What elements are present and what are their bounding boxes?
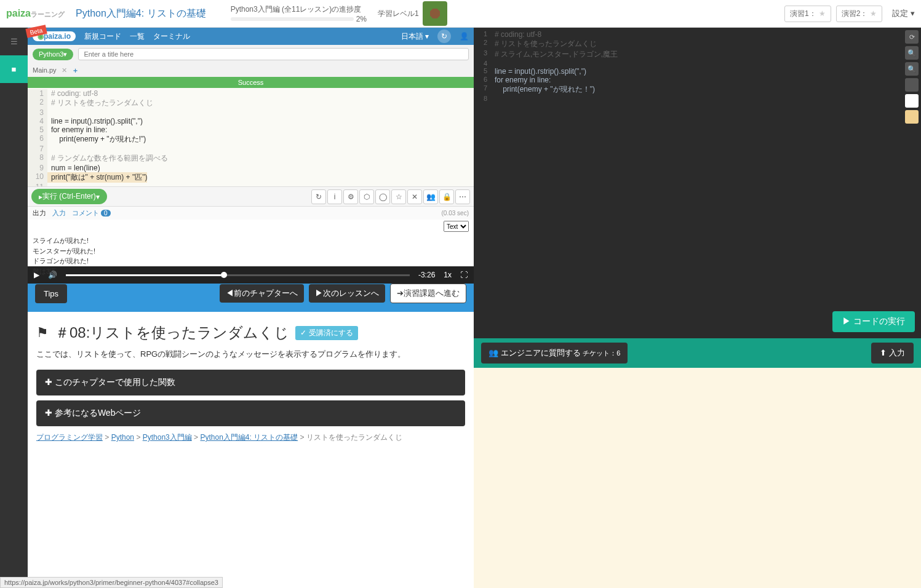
play-icon[interactable]: ▶ [34, 271, 39, 279]
terminal-link[interactable]: ターミナル [153, 31, 190, 42]
code-editor[interactable]: 1# coding: utf-82# リストを使ったランダムくじ3# スライム,… [474, 28, 921, 338]
format-select[interactable]: Text [444, 221, 469, 232]
close-icon[interactable]: ✕ [407, 189, 422, 204]
user-icon[interactable]: 👤 [460, 32, 469, 41]
video-time: -3:26 [418, 271, 435, 279]
sidebar: ☰ ■ [0, 28, 28, 588]
code-editor-video: 1# coding: utf-82# リストを使ったランダムくじ34line =… [28, 88, 474, 186]
star-icon[interactable]: ☆ [391, 189, 406, 204]
video-area: Beta ◉paiza.io 新規コード 一覧 ターミナル 日本語 ▾ ↻ 👤 … [28, 28, 474, 275]
top-bar: paizaラーニング Python入門編4: リストの基礎 Python3入門編… [0, 0, 921, 28]
avatar [423, 1, 447, 26]
bc-link[interactable]: Python [111, 433, 134, 442]
fullscreen-icon[interactable]: ⛶ [460, 271, 468, 279]
output-panel: スライムが現れた!モンスターが現れた!ドラゴンが現れた!敵は3匹 [28, 233, 474, 266]
status-bar-url: https://paiza.jp/works/python3/primer/be… [0, 577, 223, 588]
exec-time: (0.03 sec) [442, 210, 469, 217]
lock-icon[interactable]: 🔒 [439, 189, 454, 204]
help-icon[interactable]: ↻ [437, 30, 451, 43]
info-icon[interactable]: i [327, 189, 342, 204]
star-icon: ★ [870, 9, 877, 18]
zoom-in-icon[interactable]: 🔍 [905, 46, 919, 60]
volume-icon[interactable]: 🔊 [48, 271, 57, 279]
video-progress[interactable] [66, 274, 410, 276]
status-success: Success [28, 77, 474, 88]
accordion-functions[interactable]: ✚ このチャプターで使用した関数 [36, 370, 465, 395]
level-label: 学習レベル1 [378, 9, 419, 19]
run-code-button[interactable]: ▶ コードの実行 [832, 311, 915, 332]
logo[interactable]: paizaラーニング [6, 8, 65, 19]
sidebar-toggle[interactable]: ☰ [0, 28, 28, 55]
course-link[interactable]: Python入門編4: リストの基礎 [76, 7, 206, 20]
output-area [474, 368, 921, 588]
tab-input[interactable]: 入力 [52, 209, 66, 218]
exercise-2-button[interactable]: 演習2：★ [836, 6, 883, 22]
run-button[interactable]: ▸ 実行 (Ctrl-Enter) ▾ [31, 189, 107, 204]
language-pill[interactable]: Python3 ▾ [33, 49, 73, 60]
title-input[interactable] [78, 48, 469, 60]
theme-sepia-icon[interactable] [905, 110, 919, 124]
github-icon[interactable]: ◯ [375, 189, 390, 204]
breadcrumb: プログラミング学習 > Python > Python3入門編 > Python… [36, 432, 465, 443]
new-code-link[interactable]: 新規コード [84, 31, 121, 42]
close-icon[interactable]: ✕ [62, 66, 67, 74]
lang-menu[interactable]: 日本語 ▾ [401, 31, 429, 42]
file-tab[interactable]: Main.py [33, 66, 57, 74]
add-file-icon[interactable]: ＋ [72, 66, 79, 75]
accordion-references[interactable]: ✚ 参考になるWebページ [36, 400, 465, 426]
video-controls: ▶ 🔊 -3:26 1x ⛶ [28, 266, 474, 284]
chapter-content: ⚑ ＃08:リストを使ったランダムくじ ✓ 受講済にする ここでは、リストを使っ… [28, 312, 474, 588]
ask-engineer-button[interactable]: 👥 エンジニアに質問する チケット：6 [481, 343, 628, 364]
theme-light-icon[interactable] [905, 94, 919, 108]
tab-comment[interactable]: コメント 0 [72, 209, 111, 218]
flag-icon: ⚑ [36, 325, 49, 341]
list-link[interactable]: 一覧 [130, 31, 145, 42]
gear-icon[interactable]: ⚙ [343, 189, 358, 204]
progress: Python3入門編 (全11レッスン)の進捗度 2% [231, 4, 367, 23]
speed-button[interactable]: 1x [444, 271, 452, 279]
theme-dark-icon[interactable] [905, 78, 919, 92]
practice-button[interactable]: ➔演習課題へ進む [390, 284, 466, 303]
prev-chapter-button[interactable]: ◀前のチャプターへ [220, 284, 304, 303]
tab-output[interactable]: 出力 [33, 209, 46, 218]
sync-icon[interactable]: ⟳ [905, 30, 919, 44]
paizaio-bar: ◉paiza.io 新規コード 一覧 ターミナル 日本語 ▾ ↻ 👤 [28, 28, 474, 45]
star-icon: ★ [819, 9, 826, 18]
chapter-title: ＃08:リストを使ったランダムくじ [55, 323, 289, 343]
refresh-icon[interactable]: ↻ [311, 189, 326, 204]
exercise-1-button[interactable]: 演習1：★ [784, 6, 831, 22]
upload-input-button[interactable]: ⬆ 入力 [871, 343, 914, 364]
tips-button[interactable]: Tips [35, 284, 67, 303]
next-lesson-button[interactable]: ▶次のレッスンへ [309, 284, 385, 303]
bc-link[interactable]: Python入門編4: リストの基礎 [200, 433, 298, 442]
bc-link[interactable]: プログラミング学習 [36, 433, 103, 442]
group-icon[interactable]: 👥 [423, 189, 438, 204]
mark-done-button[interactable]: ✓ 受講済にする [295, 326, 357, 340]
link-icon[interactable]: ⬡ [359, 189, 374, 204]
settings-dropdown[interactable]: 設定 ▾ [892, 8, 915, 19]
bc-link[interactable]: Python3入門編 [143, 433, 192, 442]
sidebar-video[interactable]: ■ [0, 55, 28, 83]
teal-bar: 👥 エンジニアに質問する チケット：6 ⬆ 入力 [474, 338, 921, 368]
zoom-out-icon[interactable]: 🔍 [905, 62, 919, 76]
chapter-desc: ここでは、リストを使って、RPGの戦闘シーンのようなメッセージを表示するプログラ… [36, 349, 465, 360]
more-icon[interactable]: ⋯ [455, 189, 470, 204]
